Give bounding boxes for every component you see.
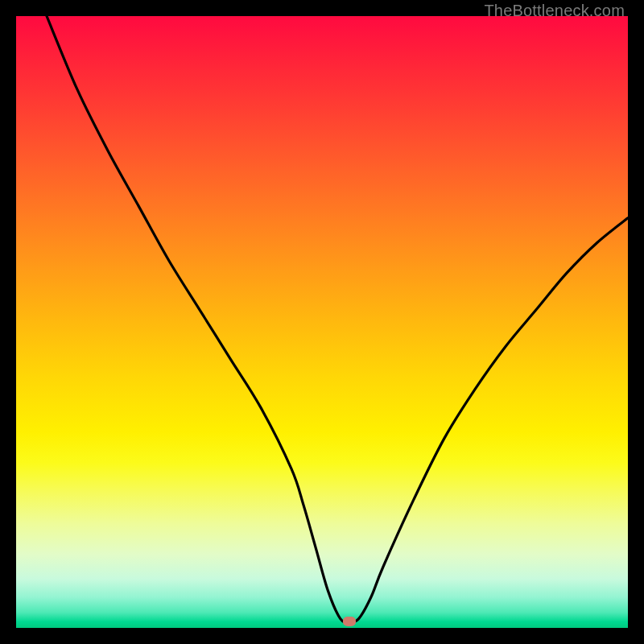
chart-frame: TheBottleneck.com xyxy=(0,0,644,644)
optimal-point-marker xyxy=(343,617,356,626)
bottleneck-curve xyxy=(47,16,628,622)
curve-svg xyxy=(16,16,628,628)
plot-area xyxy=(16,16,628,628)
